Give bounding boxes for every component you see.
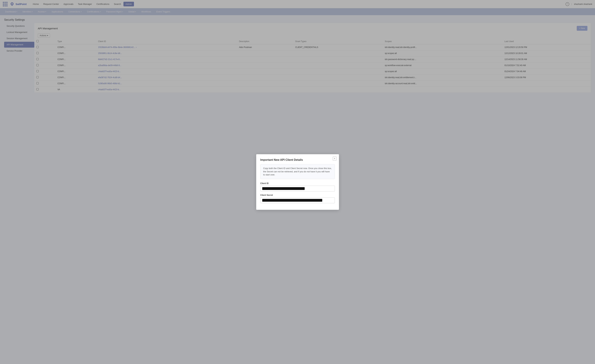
modal-overlay[interactable]: Important New API Client Details × Copy … — [0, 0, 595, 97]
